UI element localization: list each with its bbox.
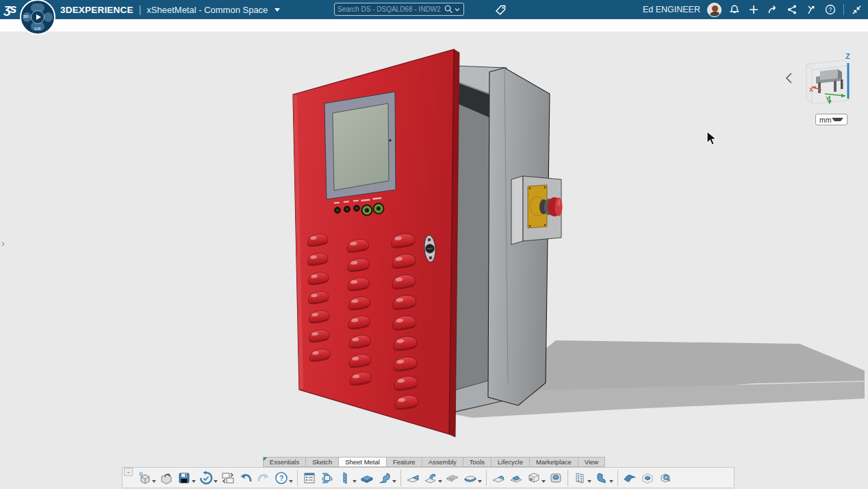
properties-list-icon[interactable]: [301, 469, 318, 487]
toolbar-separator: [400, 470, 401, 486]
user-name[interactable]: Ed ENGINEER: [643, 5, 700, 14]
new-part-caret-icon[interactable]: [152, 480, 156, 483]
save-icon[interactable]: [175, 469, 193, 487]
toolbar-group-sheetmetal-4: [571, 469, 615, 487]
ribbon-tabs: Essentials Sketch Sheet Metal Feature As…: [0, 457, 868, 467]
action-toolbar: ⌄ ?: [122, 467, 735, 488]
flat-sheet-icon[interactable]: [358, 469, 376, 487]
toolbar-substrip: [0, 19, 868, 32]
svg-text:?: ?: [279, 474, 284, 482]
wall-caret-icon[interactable]: [353, 480, 357, 483]
units-value: mm: [819, 116, 832, 124]
toolbar-group-sheetmetal-1: [301, 469, 398, 487]
search-options-chevron-icon[interactable]: [454, 6, 461, 13]
tab-tools[interactable]: Tools: [463, 457, 491, 467]
units-caret-icon: [832, 118, 844, 121]
play-icon: [36, 14, 41, 20]
swap-representation-icon[interactable]: [219, 469, 237, 487]
toolbar-separator: [297, 470, 298, 486]
svg-text:?: ?: [828, 6, 832, 13]
brand-separator: |: [139, 4, 142, 15]
view-navigation-widget[interactable]: X Y Z: [780, 51, 863, 108]
corner-relief-caret-icon[interactable]: [541, 480, 546, 483]
tag-icon[interactable]: [494, 3, 507, 16]
undo-icon[interactable]: [237, 469, 255, 487]
wall-icon[interactable]: [336, 469, 354, 487]
corner-relief-icon[interactable]: [525, 469, 543, 487]
compass-east[interactable]: [44, 12, 53, 22]
top-bar: ʒs 3D V.R 3DEXPERIENCE | xSheetMetal - C…: [0, 0, 868, 19]
tab-marketplace[interactable]: Marketplace: [529, 457, 578, 467]
surface-dome-caret-icon[interactable]: [478, 480, 482, 483]
compass-play[interactable]: [31, 10, 44, 24]
compass-3d-label: 3D: [23, 14, 29, 18]
fold-up-icon[interactable]: [404, 469, 422, 487]
emergency-stop-assembly[interactable]: [511, 176, 563, 244]
share-forward-icon[interactable]: [767, 3, 779, 16]
3d-model-canvas[interactable]: [0, 0, 868, 489]
workspace-chevron-icon[interactable]: [275, 8, 280, 12]
cut-flap-icon[interactable]: [507, 469, 525, 487]
tab-sheet-metal[interactable]: Sheet Metal: [338, 457, 386, 467]
hmi-screen[interactable]: [333, 103, 389, 190]
redo-icon[interactable]: [255, 469, 272, 487]
3ds-logo[interactable]: ʒs: [4, 1, 16, 16]
hole-pattern-icon[interactable]: [571, 469, 589, 487]
topbar-divider: [843, 4, 844, 15]
collaboration-icon[interactable]: [805, 3, 817, 16]
svg-text:X: X: [809, 86, 813, 93]
new-part-icon[interactable]: [136, 469, 153, 487]
bracket-icon[interactable]: [593, 469, 611, 487]
compass-widget[interactable]: 3D V.R: [20, 0, 55, 35]
open-icon[interactable]: [157, 469, 175, 487]
update-caret-icon[interactable]: [214, 480, 218, 483]
avatar[interactable]: [707, 3, 722, 17]
toolbar-separator: [617, 470, 618, 486]
save-caret-icon[interactable]: [192, 480, 196, 483]
tab-sketch[interactable]: Sketch: [305, 457, 338, 467]
brand-title: 3DEXPERIENCE: [60, 5, 133, 15]
toolbar-group-file: ?: [136, 469, 294, 487]
search-icon[interactable]: [444, 4, 454, 14]
tab-essentials[interactable]: Essentials: [263, 457, 305, 467]
swept-surface-icon[interactable]: [621, 469, 639, 487]
toolbar-separator: [567, 470, 568, 486]
nav-collapse-chevron-icon[interactable]: [787, 73, 791, 83]
compass-vr-label: V.R: [34, 27, 40, 31]
share-network-icon[interactable]: [786, 3, 798, 16]
global-search[interactable]: [334, 3, 464, 16]
workspace-title[interactable]: xSheetMetal - Common Space: [146, 5, 268, 15]
toolbar-group-sheetmetal-3: [489, 469, 565, 487]
search-input[interactable]: [337, 5, 444, 13]
update-icon[interactable]: [197, 469, 215, 487]
help-caret-icon[interactable]: [289, 480, 293, 483]
toolbar-group-view: [621, 469, 674, 487]
add-icon[interactable]: [748, 3, 760, 16]
toolbar-separator: [486, 470, 487, 486]
tab-feature[interactable]: Feature: [386, 457, 422, 467]
bend-caret-icon[interactable]: [392, 480, 396, 483]
inspect-icon[interactable]: [656, 469, 674, 487]
bracket-caret-icon[interactable]: [609, 480, 613, 483]
fold-curve-icon[interactable]: [422, 469, 439, 487]
surface-dome-icon[interactable]: [461, 469, 479, 487]
stamp-recess-icon[interactable]: [444, 469, 461, 487]
tab-view[interactable]: View: [578, 457, 605, 467]
unfold-views-icon[interactable]: [318, 469, 336, 487]
collapse-window-icon[interactable]: [851, 4, 863, 16]
hem-icon[interactable]: [489, 469, 507, 487]
notification-bell-icon[interactable]: [728, 3, 741, 16]
units-dropdown[interactable]: mm: [815, 114, 847, 125]
help-dropdown-icon[interactable]: ?: [272, 469, 290, 487]
help-icon[interactable]: ?: [824, 3, 837, 16]
toolbar-collapse-icon[interactable]: ⌄: [124, 468, 133, 476]
left-panel-expander-icon[interactable]: ›: [1, 237, 5, 249]
fold-curve-caret-icon[interactable]: [438, 480, 442, 483]
cabinet-door[interactable]: [293, 49, 459, 437]
tab-assembly[interactable]: Assembly: [422, 457, 463, 467]
bend-icon[interactable]: [376, 469, 394, 487]
punch-icon[interactable]: [547, 469, 565, 487]
bounding-box-icon[interactable]: [639, 469, 656, 487]
hole-pattern-caret-icon[interactable]: [587, 480, 591, 483]
tab-lifecycle[interactable]: Lifecycle: [491, 457, 529, 467]
